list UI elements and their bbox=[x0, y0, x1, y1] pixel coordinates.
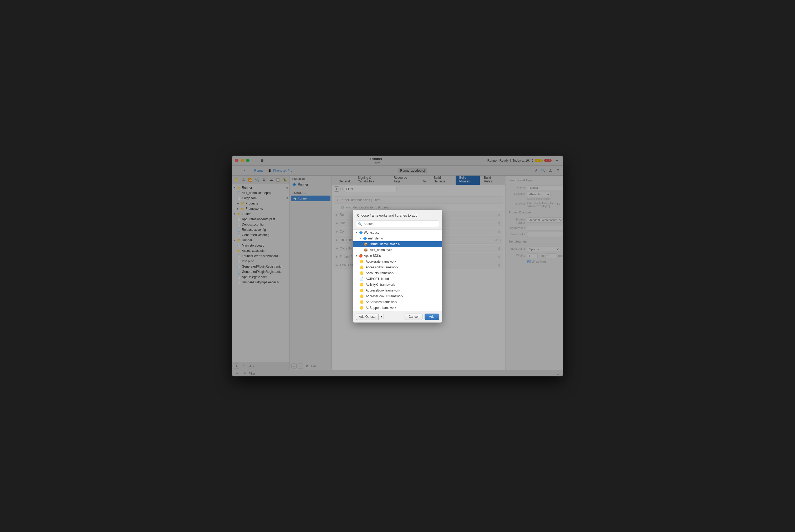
modal-item-rust-dylib[interactable]: 📦 rust_demo.dylib bbox=[353, 247, 442, 253]
modal-search-wrapper: 🔍 bbox=[356, 221, 439, 227]
workspace-arrow: ▼ bbox=[356, 231, 358, 234]
framework-icon: 🟡 bbox=[360, 265, 364, 269]
modal-workspace-section[interactable]: ▼ 🔷 Workspace bbox=[353, 230, 442, 235]
framework-label: ACIPCBTLib.tbd bbox=[366, 277, 389, 281]
modal-search-input[interactable] bbox=[356, 221, 439, 227]
add-other-button[interactable]: Add Other... bbox=[356, 314, 379, 320]
workspace-label: Workspace bbox=[364, 231, 380, 234]
modal-footer: Add Other... ▾ Cancel Add bbox=[353, 311, 442, 323]
framework-label: AddressBook.framework bbox=[366, 289, 400, 292]
rust-demo-label: rust_demo bbox=[368, 236, 383, 240]
framework-label: Accelerate.framework bbox=[366, 260, 396, 263]
framework-chooser-modal: Choose frameworks and libraries to add: … bbox=[353, 210, 442, 323]
modal-apple-sdks-section[interactable]: ▼ 🍎 Apple SDKs bbox=[353, 253, 442, 259]
framework-icon: 🟡 bbox=[360, 300, 364, 304]
framework-icon: 🟡 bbox=[360, 271, 364, 275]
add-other-dropdown[interactable]: ▾ bbox=[379, 314, 384, 319]
framework-icon: 🟡 bbox=[360, 283, 364, 286]
framework-label: AdServices.framework bbox=[366, 300, 397, 304]
framework-icon: 🟡 bbox=[360, 306, 364, 310]
framework-label: ActivityKit.framework bbox=[366, 283, 395, 286]
cancel-button[interactable]: Cancel bbox=[404, 314, 422, 320]
modal-item-accelerate[interactable]: 🟡 Accelerate.framework bbox=[353, 259, 442, 264]
rust-demo-arrow: ▼ bbox=[360, 237, 362, 240]
modal-item-librust-static[interactable]: 📦 librust_demo_static.a bbox=[353, 241, 442, 247]
modal-item-adsupport[interactable]: 🟡 AdSupport.framework bbox=[353, 305, 442, 311]
modal-item-acipcbtlib[interactable]: 📄 ACIPCBTLib.tbd bbox=[353, 276, 442, 282]
modal-overlay: Choose frameworks and libraries to add: … bbox=[232, 156, 563, 376]
framework-label: Accessibility.framework bbox=[366, 265, 398, 269]
modal-item-activitykit[interactable]: 🟡 ActivityKit.framework bbox=[353, 282, 442, 288]
search-icon: 🔍 bbox=[358, 222, 362, 226]
modal-item-addressbook[interactable]: 🟡 AddressBook.framework bbox=[353, 288, 442, 293]
modal-item-addressbookui[interactable]: 🟡 AddressBookUI.framework bbox=[353, 293, 442, 299]
apple-sdks-arrow: ▼ bbox=[356, 254, 358, 257]
add-button[interactable]: Add bbox=[424, 314, 439, 320]
modal-item-accounts[interactable]: 🟡 Accounts.framework bbox=[353, 270, 442, 276]
framework-label: AdSupport.framework bbox=[366, 306, 396, 310]
framework-icon: 🟡 bbox=[360, 260, 364, 263]
modal-title: Choose frameworks and libraries to add: bbox=[353, 210, 442, 220]
framework-label: Accounts.framework bbox=[366, 271, 394, 275]
dylib-icon: 📦 bbox=[364, 248, 368, 252]
modal-rust-demo-section[interactable]: ▼ 🔷 rust_demo bbox=[353, 235, 442, 241]
lib-icon: 📦 bbox=[364, 242, 368, 246]
modal-item-adservices[interactable]: 🟡 AdServices.framework bbox=[353, 299, 442, 305]
modal-list: ▼ 🔷 Workspace ▼ 🔷 rust_demo 📦 librust_de… bbox=[353, 229, 442, 311]
apple-sdks-label: Apple SDKs bbox=[364, 254, 381, 258]
framework-label: AddressBookUI.framework bbox=[366, 294, 403, 298]
modal-item-accessibility[interactable]: 🟡 Accessibility.framework bbox=[353, 264, 442, 270]
tbd-icon: 📄 bbox=[360, 277, 364, 281]
framework-icon: 🟡 bbox=[360, 294, 364, 298]
modal-search-area: 🔍 bbox=[353, 220, 442, 229]
framework-icon: 🟡 bbox=[360, 289, 364, 292]
lib-label: librust_demo_static.a bbox=[370, 242, 400, 246]
dylib-label: rust_demo.dylib bbox=[370, 248, 392, 252]
add-other-container: Add Other... ▾ bbox=[356, 314, 384, 320]
